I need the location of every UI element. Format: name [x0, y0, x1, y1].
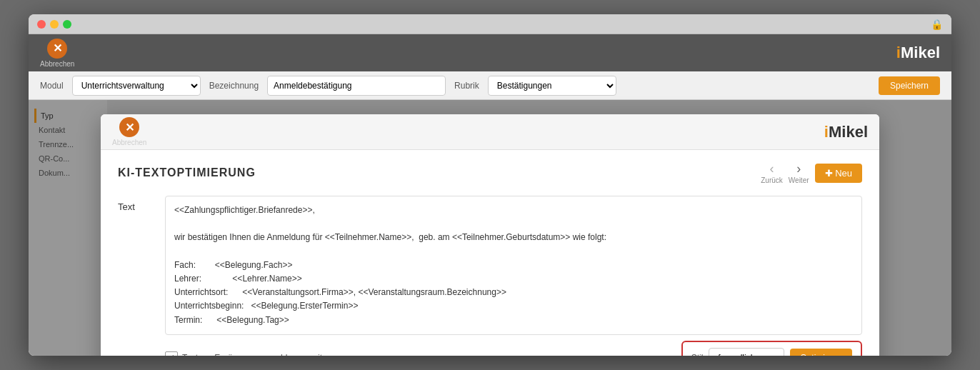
checkbox-icon[interactable]: ✓ — [165, 351, 178, 356]
checkbox-label: Text um Ergänzungsvorschlag erweitern — [182, 353, 334, 356]
checkbox-wrapper[interactable]: ✓ Text um Ergänzungsvorschlag erweitern — [165, 351, 334, 356]
modal-cancel-label: Abbrechen — [112, 139, 146, 146]
modal-overlay: ✕ Abbrechen iMikel KI-TEXTOPTIMIERUNG ‹ — [29, 100, 951, 356]
cancel-label-top: Abbrechen — [40, 60, 74, 68]
minimize-button[interactable] — [50, 20, 59, 29]
maximize-button[interactable] — [63, 20, 71, 29]
content-area: Typ Kontakt Trennze... QR-Co... Dokum...… — [29, 100, 951, 356]
imikel-logo-top: iMikel — [896, 44, 940, 62]
cancel-button-top[interactable]: ✕ Abbrechen — [40, 39, 74, 68]
modal-title: KI-TEXTOPTIMIERUNG — [118, 166, 256, 179]
text-line-1: <<Zahlungspflichtiger.Briefanrede>>, — [174, 204, 853, 217]
bezeichnung-input[interactable] — [267, 76, 446, 96]
text-line-4: Lehrer: <<Lehrer.Name>> — [174, 272, 853, 286]
modul-label: Modul — [40, 81, 64, 91]
text-label: Text — [118, 196, 154, 212]
cancel-icon: ✕ — [47, 39, 67, 59]
next-label: Weiter — [789, 176, 809, 184]
next-button[interactable]: › Weiter — [789, 161, 809, 184]
modal-topbar: ✕ Abbrechen iMikel — [101, 114, 879, 150]
rubrik-select[interactable]: Bestätigungen — [488, 76, 616, 96]
modal-content: Text <<Zahlungspflichtiger.Briefanrede>>… — [101, 190, 879, 356]
modal-navigation: ‹ Zurück › Weiter ✚ Neu — [761, 161, 862, 184]
stil-select[interactable]: freundlich formell neutral professionell — [709, 348, 784, 356]
traffic-lights — [37, 20, 71, 29]
back-label: Zurück — [761, 176, 783, 184]
forward-arrow-icon: › — [796, 161, 801, 176]
back-arrow-icon: ‹ — [770, 161, 774, 176]
titlebar: 🔒 — [29, 14, 951, 34]
form-row: Text <<Zahlungspflichtiger.Briefanrede>>… — [118, 196, 862, 356]
stil-label: Stil — [691, 353, 704, 356]
text-line-6: Unterrichtsbeginn: <<Belegung.ErsterTerm… — [174, 299, 853, 313]
rubrik-label: Rubrik — [454, 81, 479, 91]
top-bar: ✕ Abbrechen iMikel — [29, 34, 951, 71]
bezeichnung-label: Bezeichnung — [209, 81, 259, 91]
close-button[interactable] — [37, 20, 46, 29]
text-line-3: Fach: <<Belegung.Fach>> — [174, 259, 853, 272]
toolbar: Modul Unterrichtsverwaltung Bezeichnung … — [29, 71, 951, 100]
modal-cancel-button[interactable]: ✕ Abbrechen — [112, 117, 146, 146]
text-line-7: Termin: <<Belegung.Tag>> — [174, 314, 853, 327]
lock-icon: 🔒 — [931, 19, 943, 30]
text-area-wrapper: <<Zahlungspflichtiger.Briefanrede>>, wir… — [165, 196, 862, 356]
modal-dialog: ✕ Abbrechen iMikel KI-TEXTOPTIMIERUNG ‹ — [101, 114, 879, 356]
back-button[interactable]: ‹ Zurück — [761, 161, 783, 184]
app-window: 🔒 ✕ Abbrechen iMikel Modul Unterrichtsve… — [29, 14, 951, 356]
modal-header: KI-TEXTOPTIMIERUNG ‹ Zurück › Weiter ✚ N… — [101, 150, 879, 190]
optimize-button[interactable]: Optimieren — [790, 349, 852, 356]
modul-select[interactable]: Unterrichtsverwaltung — [72, 76, 201, 96]
modal-imikel-logo: iMikel — [824, 123, 868, 141]
modal-bottom: ✓ Text um Ergänzungsvorschlag erweitern … — [165, 335, 862, 356]
text-line-2: wir bestätigen Ihnen die Anmeldung für <… — [174, 231, 853, 244]
text-line-5: Unterrichtsort: <<Veranstaltungsort.Firm… — [174, 286, 853, 299]
new-button[interactable]: ✚ Neu — [815, 164, 862, 183]
save-button[interactable]: Speichern — [879, 76, 940, 95]
text-content-box[interactable]: <<Zahlungspflichtiger.Briefanrede>>, wir… — [165, 196, 862, 335]
modal-cancel-icon: ✕ — [119, 117, 139, 137]
stil-section: Stil freundlich formell neutral professi… — [681, 341, 862, 356]
